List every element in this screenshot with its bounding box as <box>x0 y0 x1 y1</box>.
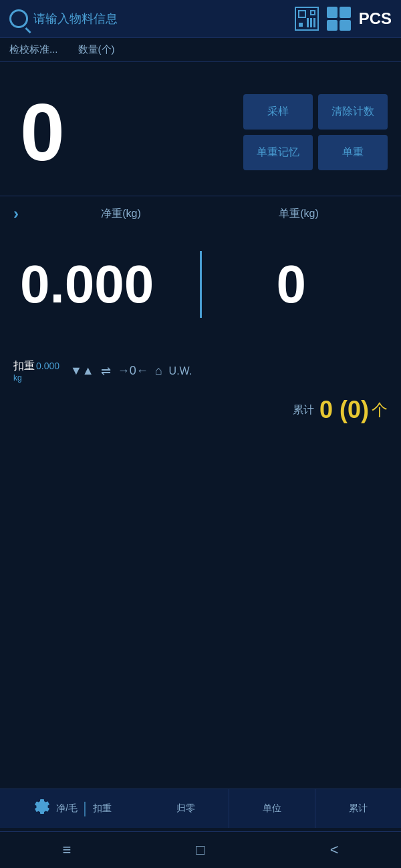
qr-line-1 <box>307 18 309 27</box>
level-icon: ▼▲ <box>70 364 94 378</box>
net-weight-value: 0.000 <box>20 254 200 315</box>
weight-labels: 净重(kg) 单重(kg) <box>32 207 388 221</box>
counting-area: 0 采样 清除计数 单重记忆 单重 <box>0 62 401 196</box>
weight-row: › 净重(kg) 单重(kg) <box>0 196 401 231</box>
toolbar-divider: │ <box>82 802 89 816</box>
tare-label: 扣重 <box>13 359 35 373</box>
net-weight-label: 净重(kg) <box>101 207 141 221</box>
menu-icon[interactable]: ≡ <box>63 841 72 859</box>
qr-inner-box <box>298 10 306 18</box>
unit-weight-button[interactable]: 单重 <box>318 135 388 170</box>
action-buttons: 采样 清除计数 单重记忆 单重 <box>243 94 388 170</box>
qr-dot <box>299 23 303 27</box>
tare-info: 扣重 0.000 kg <box>13 359 59 383</box>
net-tare-button[interactable]: 净/毛 │ 扣重 <box>0 789 143 828</box>
cumulative-label: 累计 <box>293 403 314 417</box>
clear-count-button[interactable]: 清除计数 <box>318 94 388 130</box>
house-icon: ⌂ <box>155 364 162 378</box>
cumulative-row: 累计 0 (0) 个 <box>0 391 401 429</box>
grid-cell-2 <box>340 7 351 18</box>
qr-scan-icon[interactable] <box>295 7 319 31</box>
grid-cell-3 <box>327 20 338 31</box>
uw-label: U.W. <box>169 365 192 377</box>
grid-cell-4 <box>340 20 351 31</box>
settings-icon <box>31 796 52 821</box>
nav-bar: ≡ □ < <box>0 831 401 868</box>
grid-cell-1 <box>327 7 338 18</box>
large-display: 0.000 0 <box>0 231 401 338</box>
cumulative-button[interactable]: 累计 <box>315 789 401 828</box>
sample-button[interactable]: 采样 <box>243 94 313 130</box>
unit-weight-label: 单重(kg) <box>279 207 319 221</box>
cumulative-unit: 个 <box>372 399 388 421</box>
sub-header-col1: 检校标准... <box>9 43 58 56</box>
qr-lines <box>307 18 315 27</box>
mode-label: PCS <box>359 9 392 28</box>
grid-icon[interactable] <box>327 7 351 31</box>
qr-inner-box2 <box>310 10 315 15</box>
tare-unit: kg <box>13 373 59 383</box>
stable-icon: ⇌ <box>101 364 111 379</box>
qr-line-2 <box>310 18 312 27</box>
tare-value: 0.000 <box>36 361 59 371</box>
search-icon <box>9 9 28 28</box>
zero-button[interactable]: 归零 <box>143 789 229 828</box>
unit-button[interactable]: 单位 <box>229 789 315 828</box>
unit-weight-value: 0 <box>202 254 382 315</box>
search-bar: 请输入物料信息 PCS <box>0 0 401 38</box>
cumulative-value: 0 (0) <box>319 396 369 424</box>
sub-header: 检校标准... 数量(个) <box>0 38 401 62</box>
zero-icon: →0← <box>118 364 148 378</box>
zero-btn-label: 归零 <box>176 803 195 815</box>
home-icon[interactable]: □ <box>196 841 205 859</box>
tare-row: 扣重 0.000 <box>13 359 59 373</box>
qr-line-3 <box>313 18 315 27</box>
status-icons-area: ▼▲ ⇌ →0← ⌂ U.W. <box>70 364 388 379</box>
net-label: 净/毛 <box>56 803 78 815</box>
search-placeholder-text: 请输入物料信息 <box>33 11 118 27</box>
cumul-btn-label: 累计 <box>349 803 368 815</box>
unit-btn-label: 单位 <box>263 803 281 815</box>
back-icon[interactable]: < <box>330 841 339 859</box>
chevron-right-icon: › <box>13 204 19 223</box>
tare-btn-label: 扣重 <box>93 803 112 815</box>
status-bar: 扣重 0.000 kg ▼▲ ⇌ →0← ⌂ U.W. <box>0 351 401 391</box>
unit-memory-button[interactable]: 单重记忆 <box>243 135 313 170</box>
count-display: 0 <box>20 92 230 172</box>
bottom-toolbar: 净/毛 │ 扣重 归零 单位 累计 <box>0 789 401 828</box>
search-input-area[interactable]: 请输入物料信息 <box>9 9 287 28</box>
sub-header-col2: 数量(个) <box>78 43 115 56</box>
